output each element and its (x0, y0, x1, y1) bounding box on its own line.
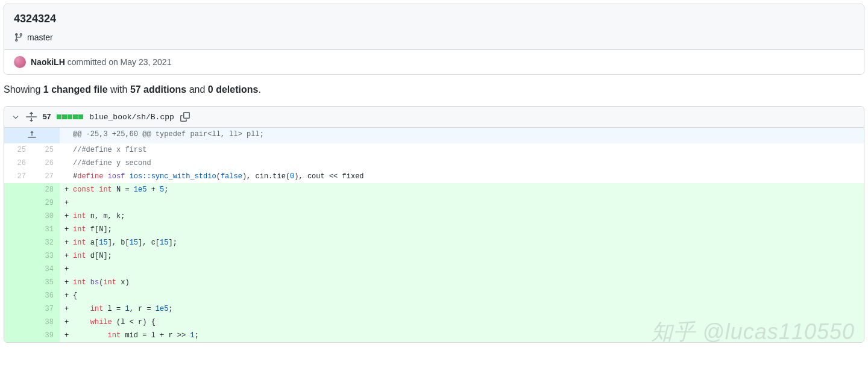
diff-summary: Showing 1 changed file with 57 additions… (0, 75, 868, 106)
new-line-number[interactable]: 27 (32, 170, 60, 183)
hunk-header-text: @@ -25,3 +25,60 @@ typedef pair<ll, ll> … (60, 128, 864, 143)
new-line-number[interactable]: 39 (32, 329, 60, 342)
diff-line: 30+int n, m, k; (4, 210, 864, 223)
file-path-link[interactable]: blue_book/sh/B.cpp (89, 113, 174, 122)
diff-marker (64, 170, 69, 183)
git-branch-icon (14, 33, 24, 42)
diff-line: 38+ while (l < r) { (4, 316, 864, 329)
avatar[interactable] (14, 56, 26, 68)
summary-post: . (258, 84, 260, 95)
old-line-number[interactable] (4, 263, 32, 276)
code-cell: + (60, 263, 864, 276)
commit-meta-row: NaokiLH committed on May 23, 2021 (4, 49, 864, 74)
commit-author-line: NaokiLH committed on May 23, 2021 (31, 57, 171, 67)
diff-marker: + (64, 276, 69, 289)
old-line-number[interactable] (4, 183, 32, 196)
old-line-number[interactable]: 26 (4, 157, 32, 170)
diff-line: 34+ (4, 263, 864, 276)
code-cell: +{ (60, 289, 864, 302)
code-cell: //#define y second (60, 157, 864, 170)
old-line-number[interactable] (4, 289, 32, 302)
new-line-number[interactable]: 26 (32, 157, 60, 170)
file-header: 57 blue_book/sh/B.cpp (4, 107, 864, 128)
chevron-down-icon[interactable] (11, 113, 20, 121)
old-line-number[interactable] (4, 249, 32, 263)
old-line-number[interactable] (4, 316, 32, 329)
diff-marker: + (64, 249, 69, 263)
diff-line: 33+int d[N]; (4, 249, 864, 263)
summary-mid1: with (108, 84, 130, 95)
unfold-icon[interactable] (26, 111, 37, 122)
new-line-number[interactable]: 37 (32, 302, 60, 316)
author-name[interactable]: NaokiLH (31, 57, 65, 67)
old-line-number[interactable] (4, 223, 32, 236)
new-line-number[interactable]: 36 (32, 289, 60, 302)
diff-marker: + (64, 236, 69, 249)
branch-name[interactable]: master (27, 33, 53, 42)
new-line-number[interactable]: 29 (32, 196, 60, 210)
diff-marker: + (64, 289, 69, 302)
new-line-number[interactable]: 32 (32, 236, 60, 249)
hunk-header-row: @@ -25,3 +25,60 @@ typedef pair<ll, ll> … (4, 128, 864, 143)
new-line-number[interactable]: 28 (32, 183, 60, 196)
old-line-number[interactable] (4, 196, 32, 210)
old-line-number[interactable] (4, 236, 32, 249)
code-cell: + while (l < r) { (60, 316, 864, 329)
new-line-number[interactable]: 38 (32, 316, 60, 329)
old-line-number[interactable] (4, 276, 32, 289)
new-line-number[interactable]: 25 (32, 143, 60, 157)
new-line-number[interactable]: 31 (32, 223, 60, 236)
commit-date: committed on May 23, 2021 (65, 57, 172, 67)
diff-marker: + (64, 223, 69, 236)
code-cell: +int n, m, k; (60, 210, 864, 223)
old-line-number[interactable] (4, 329, 32, 342)
diff-marker: + (64, 302, 69, 316)
diff-marker: + (64, 183, 69, 196)
diff-table: @@ -25,3 +25,60 @@ typedef pair<ll, ll> … (4, 128, 864, 342)
code-cell: + int l = 1, r = 1e5; (60, 302, 864, 316)
new-line-number[interactable]: 35 (32, 276, 60, 289)
new-line-number[interactable]: 30 (32, 210, 60, 223)
file-path: blue_book/sh/B.cpp (89, 113, 174, 122)
summary-dels: 0 deletions (208, 84, 259, 95)
code-cell: +const int N = 1e5 + 5; (60, 183, 864, 196)
old-line-number[interactable]: 25 (4, 143, 32, 157)
diff-line: 37+ int l = 1, r = 1e5; (4, 302, 864, 316)
old-line-number[interactable]: 27 (4, 170, 32, 183)
diff-marker: + (64, 263, 69, 276)
summary-pre: Showing (4, 84, 43, 95)
expand-up-cell[interactable] (4, 128, 60, 143)
diff-marker: + (64, 196, 69, 210)
old-line-number[interactable] (4, 210, 32, 223)
diff-line: 36+{ (4, 289, 864, 302)
code-cell: +int a[15], b[15], c[15]; (60, 236, 864, 249)
diff-stat-squares (57, 114, 83, 119)
code-cell: #define iosf ios::sync_with_stdio(false)… (60, 170, 864, 183)
commit-header: 4324324 master NaokiLH committed on May … (4, 4, 864, 75)
code-cell: +int f[N]; (60, 223, 864, 236)
diff-line: 28+const int N = 1e5 + 5; (4, 183, 864, 196)
summary-adds: 57 additions (130, 84, 186, 95)
code-cell: +int d[N]; (60, 249, 864, 263)
diff-line: 39+ int mid = l + r >> 1; (4, 329, 864, 342)
commit-title: 4324324 (14, 13, 854, 25)
diff-marker (64, 157, 69, 170)
branch-row: master (14, 33, 854, 42)
copy-icon[interactable] (180, 112, 190, 122)
new-line-number[interactable]: 34 (32, 263, 60, 276)
new-line-number[interactable]: 33 (32, 249, 60, 263)
file-block: 57 blue_book/sh/B.cpp @@ -25,3 +25,60 @@… (4, 106, 864, 343)
file-line-count: 57 (43, 113, 51, 121)
old-line-number[interactable] (4, 302, 32, 316)
diff-line: 35+int bs(int x) (4, 276, 864, 289)
diff-marker: + (64, 316, 69, 329)
diff-line: 2525 //#define x first (4, 143, 864, 157)
code-cell: +int bs(int x) (60, 276, 864, 289)
diff-marker: + (64, 210, 69, 223)
summary-mid2: and (186, 84, 208, 95)
diff-line: 31+int f[N]; (4, 223, 864, 236)
code-cell: //#define x first (60, 143, 864, 157)
diff-line: 2727 #define iosf ios::sync_with_stdio(f… (4, 170, 864, 183)
diff-line: 32+int a[15], b[15], c[15]; (4, 236, 864, 249)
commit-header-top: 4324324 master (4, 4, 864, 49)
